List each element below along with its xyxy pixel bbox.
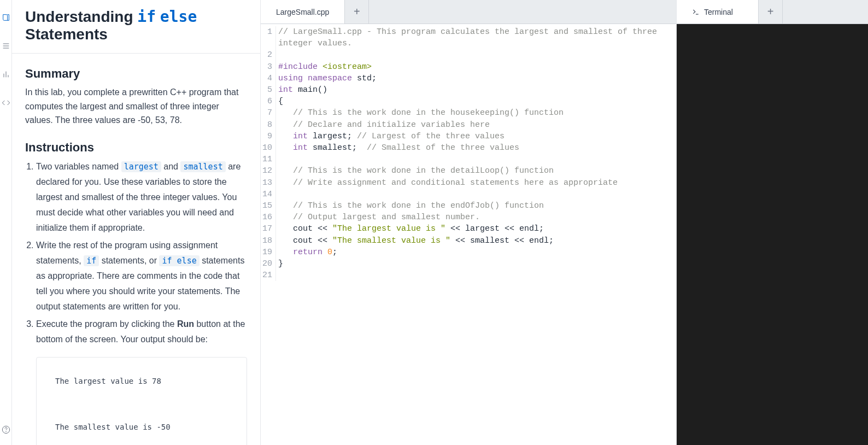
- terminal-body[interactable]: [677, 24, 868, 445]
- summary-text: In this lab, you complete a prewritten C…: [25, 85, 247, 127]
- inline-code-if: if: [84, 255, 99, 266]
- code-icon[interactable]: [2, 98, 10, 107]
- expected-output-block: The largest value is 78 The smallest val…: [36, 357, 247, 445]
- new-tab-button[interactable]: +: [345, 0, 369, 24]
- title-post: Statements: [25, 26, 108, 43]
- text: Execute the program by clicking the: [36, 319, 177, 329]
- title-keyword-else: else: [160, 8, 197, 26]
- instruction-step-2: Write the rest of the program using assi…: [36, 238, 247, 314]
- new-terminal-button[interactable]: +: [759, 0, 783, 24]
- run-button-mention: Run: [177, 319, 194, 329]
- text: are declared for you. Use these variable…: [36, 162, 241, 232]
- terminal-pane: Terminal +: [677, 0, 868, 445]
- list-icon[interactable]: [2, 42, 10, 50]
- text: statements, or: [99, 256, 159, 265]
- summary-heading: Summary: [25, 67, 247, 81]
- text: Two variables named: [36, 162, 121, 171]
- inline-code-smallest: smallest: [180, 161, 225, 172]
- instructions-heading: Instructions: [25, 140, 247, 155]
- terminal-tabbar: Terminal +: [677, 0, 868, 24]
- editor-tab-label: LargeSmall.cpp: [276, 8, 329, 16]
- code-editor[interactable]: 1// LargeSmall.cpp - This program calcul…: [261, 24, 676, 445]
- terminal-tab[interactable]: Terminal: [677, 0, 759, 24]
- instruction-step-3: Execute the program by clicking the Run …: [36, 317, 247, 445]
- app-root: Understanding if else Statements Summary…: [0, 0, 868, 445]
- editor-tabbar: LargeSmall.cpp +: [261, 0, 676, 24]
- text: and: [161, 162, 181, 171]
- summary-section: Summary In this lab, you complete a prew…: [12, 54, 260, 127]
- editor-pane: LargeSmall.cpp + 1// LargeSmall.cpp - Th…: [261, 0, 677, 445]
- help-icon[interactable]: [2, 425, 10, 434]
- instructions-pane[interactable]: Understanding if else Statements Summary…: [12, 0, 261, 445]
- page-title: Understanding if else Statements: [12, 0, 260, 54]
- instructions-section: Instructions Two variables named largest…: [12, 127, 260, 445]
- title-pre: Understanding: [25, 8, 137, 25]
- terminal-tab-label: Terminal: [704, 8, 733, 16]
- svg-point-7: [5, 431, 6, 432]
- instruction-step-1: Two variables named largest and smallest…: [36, 159, 247, 236]
- inline-code-ifelse: if else: [159, 255, 199, 266]
- inline-code-largest: largest: [121, 161, 161, 172]
- chart-icon[interactable]: [2, 70, 10, 79]
- editor-tab-file[interactable]: LargeSmall.cpp: [261, 0, 345, 24]
- title-keyword-if: if: [137, 8, 156, 26]
- book-icon[interactable]: [2, 13, 10, 22]
- icon-rail: [0, 0, 12, 445]
- terminal-icon: [692, 8, 700, 16]
